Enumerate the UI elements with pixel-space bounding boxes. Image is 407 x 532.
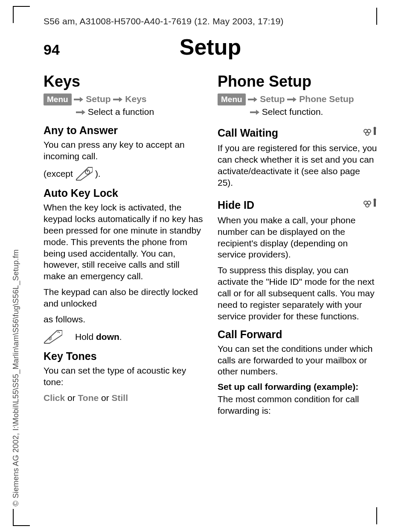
auto-key-lock-heading: Auto Key Lock xyxy=(44,187,203,199)
option-click: Click xyxy=(44,393,65,403)
keys-heading: Keys xyxy=(44,73,203,91)
copyright-filepath: © Siemens AG 2002, I:\Mobil\L55\S55_Marl… xyxy=(12,249,20,506)
call-forward-p2: The most common condition for call forwa… xyxy=(218,394,377,417)
path-select-line: Select a function xyxy=(76,106,203,119)
any-to-answer-heading: Any to Answer xyxy=(44,124,203,137)
hash-key-icon: # xyxy=(44,330,62,344)
crop-mark xyxy=(376,507,377,524)
hold-down-text: Hold down. xyxy=(75,332,122,342)
hold-bold: down xyxy=(96,332,119,342)
hold-prefix: Hold xyxy=(75,332,96,342)
call-waiting-heading: Call Waiting xyxy=(218,127,278,139)
power-key-icon xyxy=(75,167,93,181)
except-line: (except ). xyxy=(44,167,203,181)
except-after: ). xyxy=(95,169,101,179)
except-before: (except xyxy=(44,169,73,179)
svg-point-12 xyxy=(374,199,376,201)
key-tones-options: Click or Tone or Still xyxy=(44,392,203,404)
hide-id-heading: Hide ID xyxy=(218,199,254,211)
arrow-icon xyxy=(113,94,122,105)
path-step: Keys xyxy=(125,94,146,104)
any-to-answer-text: You can press any key to accept an incom… xyxy=(44,139,203,162)
left-column: Keys Menu Setup Keys Select a function xyxy=(44,73,203,421)
path-select-text: Select function. xyxy=(262,107,323,117)
path-select-line: Select function. xyxy=(250,106,377,119)
option-sep: or xyxy=(99,393,111,403)
menu-path-keys: Menu Setup Keys Select a function xyxy=(44,93,203,118)
auto-key-lock-p3: as follows. xyxy=(44,314,203,325)
title-row: 94 Setup xyxy=(44,34,377,60)
page-title: Setup xyxy=(44,34,377,60)
right-column: Phone Setup Menu Setup Phone Setup Selec… xyxy=(218,73,377,421)
hold-down-row: # Hold down. xyxy=(44,330,203,344)
hide-id-row: Hide ID xyxy=(218,193,377,213)
option-tone: Tone xyxy=(78,393,99,403)
key-tones-text: You can set the type of acoustic key ton… xyxy=(44,365,203,388)
document-header: S56 am, A31008-H5700-A40-1-7619 (12. May… xyxy=(44,16,377,26)
path-step: Setup xyxy=(260,94,285,104)
call-waiting-text: If you are registered for this service, … xyxy=(218,143,377,189)
auto-key-lock-p1: When the key lock is activated, the keyp… xyxy=(44,202,203,282)
crop-mark xyxy=(13,6,30,23)
menu-path-phone-setup: Menu Setup Phone Setup Select function. xyxy=(218,93,377,118)
auto-key-lock-p2: The keypad can also be directly locked a… xyxy=(44,286,203,310)
path-select-text: Select a function xyxy=(88,107,154,117)
path-step: Phone Setup xyxy=(299,94,354,104)
columns: Keys Menu Setup Keys Select a function xyxy=(44,73,377,421)
key-tones-heading: Key Tones xyxy=(44,350,203,362)
arrow-icon xyxy=(248,94,257,105)
arrow-icon xyxy=(250,106,259,118)
call-waiting-row: Call Waiting xyxy=(218,121,377,141)
option-still: Still xyxy=(112,393,128,403)
phone-setup-heading: Phone Setup xyxy=(218,73,377,91)
call-forward-example-heading: Set up call forwarding (example): xyxy=(218,382,377,392)
call-forward-p1: You can set the conditions under which c… xyxy=(218,343,377,378)
call-forward-heading: Call Forward xyxy=(218,328,377,341)
crop-mark xyxy=(13,509,30,526)
crop-mark xyxy=(376,8,377,25)
arrow-icon xyxy=(76,106,85,118)
svg-point-5 xyxy=(366,132,369,135)
arrow-icon xyxy=(74,94,83,105)
option-sep: or xyxy=(65,393,78,403)
network-service-icon xyxy=(363,198,377,208)
hide-id-p2: To suppress this display, you can activa… xyxy=(218,265,377,322)
page: © Siemens AG 2002, I:\Mobil\L55\S55_Marl… xyxy=(0,0,407,532)
hold-suffix: . xyxy=(119,332,122,342)
network-service-icon xyxy=(363,126,377,136)
svg-point-7 xyxy=(374,127,376,129)
svg-point-10 xyxy=(366,204,369,207)
svg-text:#: # xyxy=(49,335,52,342)
path-step: Setup xyxy=(86,94,110,104)
arrow-icon xyxy=(287,94,297,105)
menu-softkey: Menu xyxy=(44,94,72,105)
menu-softkey: Menu xyxy=(218,94,246,105)
hide-id-p1: When you make a call, your phone number … xyxy=(218,215,377,261)
